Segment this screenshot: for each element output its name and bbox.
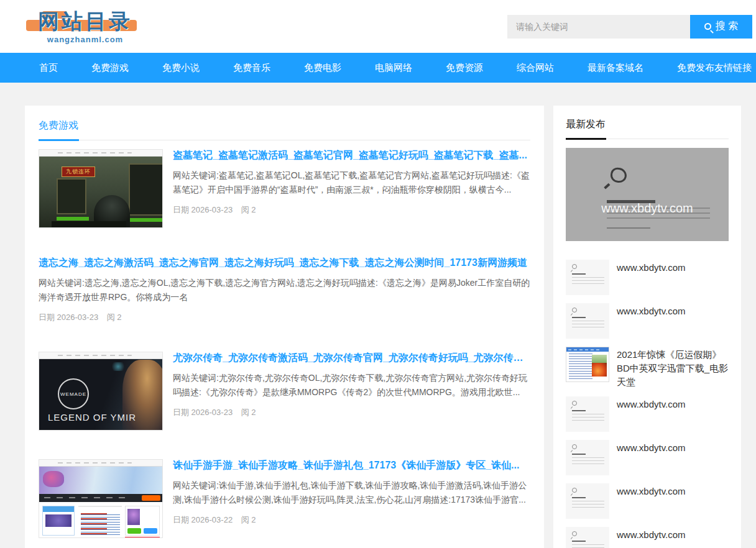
- search-button[interactable]: 搜 索: [690, 15, 752, 39]
- featured-site-thumbnail[interactable]: www.xbdytv.com: [566, 148, 729, 241]
- site-logo[interactable]: 网站目录 wangzhanml.com: [26, 9, 144, 45]
- nav-item-free-games[interactable]: 免费游戏: [75, 53, 145, 83]
- article-description: 网站关键词:遗忘之海,遗忘之海OL,遗忘之海下载,遗忘之海官方网站,遗忘之海好玩…: [39, 276, 530, 304]
- article-description: 网站关键词:诛仙手游,诛仙手游礼包,诛仙手游下载,诛仙手游攻略,诛仙手游激活码,…: [173, 478, 530, 507]
- logo-title: 网站目录: [26, 9, 144, 34]
- sidebar-section-header: 最新发布: [566, 118, 729, 139]
- placeholder-text-lines: [572, 501, 604, 509]
- nav-item-latest-icp-domains[interactable]: 最新备案域名: [571, 53, 660, 83]
- placeholder-text-lines: [569, 354, 592, 379]
- section-header: 免费游戏: [39, 119, 530, 140]
- site-thumbnail: [566, 440, 609, 475]
- nav-item-computer-network[interactable]: 电脑网络: [358, 53, 429, 83]
- nav-item-free-novels[interactable]: 免费小说: [145, 53, 216, 83]
- list-item-label: www.xbdytv.com: [617, 483, 686, 519]
- portal-left-column: [42, 506, 75, 536]
- nav-item-free-resources[interactable]: 免费资源: [429, 53, 500, 83]
- column-header: [43, 506, 74, 512]
- list-item-label: www.xbdytv.com: [617, 303, 686, 339]
- article-views: 阅 2: [107, 313, 122, 322]
- article-title-link[interactable]: 盗墓笔记_盗墓笔记激活码_盗墓笔记官网_盗墓笔记好玩吗_盗墓笔记下载_盗墓...: [173, 149, 530, 162]
- nav-item-home[interactable]: 首页: [22, 53, 75, 83]
- placeholder-heading-line: [572, 497, 586, 498]
- article-date: 日期 2026-03-23: [173, 408, 233, 417]
- placeholder-text-lines: [572, 277, 604, 286]
- sidebar-section-title: 最新发布: [566, 119, 606, 129]
- article-date: 日期 2026-03-22: [173, 515, 233, 524]
- nav-item-free-friend-links[interactable]: 免费发布友情链接: [660, 53, 756, 83]
- article-title-link[interactable]: 遗忘之海_遗忘之海激活码_遗忘之海官网_遗忘之海好玩吗_遗忘之海下载_遗忘之海公…: [39, 257, 530, 270]
- article-thumbnail[interactable]: [39, 459, 163, 538]
- site-thumbnail: [566, 396, 609, 432]
- magnifier-icon: [572, 308, 577, 313]
- health-bar: [57, 217, 89, 221]
- health-bar: [129, 218, 163, 222]
- game-title-text: LEGEND OF YMIR: [48, 412, 136, 422]
- red-button: [125, 537, 160, 538]
- movie-site-thumbnail: [566, 347, 609, 382]
- list-item[interactable]: www.xbdytv.com: [566, 483, 729, 519]
- article-date: 日期 2026-03-23: [173, 205, 233, 214]
- list-item[interactable]: 2021年惊悚《厄运假期》BD中英双字迅雷下载_电影天堂: [566, 347, 729, 388]
- article-thumbnail[interactable]: WEMADE LEGEND OF YMIR: [39, 352, 163, 431]
- portrait-frame: [57, 178, 86, 214]
- placeholder-text-lines: [572, 544, 604, 548]
- column-image: [45, 514, 71, 527]
- page-header-bar: [566, 347, 609, 352]
- green-button: [127, 528, 141, 534]
- search-input[interactable]: [507, 15, 690, 39]
- latest-posts-panel: 最新发布 www.xbdytv.com www.xbdytv.com: [553, 106, 741, 548]
- article-item: 遗忘之海_遗忘之海激活码_遗忘之海官网_遗忘之海好玩吗_遗忘之海下载_遗忘之海公…: [39, 257, 530, 323]
- article-thumbnail[interactable]: 九锁连环: [39, 149, 163, 228]
- article-body: 诛仙手游手游_诛仙手游攻略_诛仙手游礼包_17173《诛仙手游版》专区_诛仙..…: [173, 459, 530, 538]
- magnifier-icon: [572, 488, 577, 493]
- site-thumbnail: [566, 483, 609, 519]
- list-item-label: 2021年惊悚《厄运假期》BD中英双字迅雷下载_电影天堂: [617, 347, 729, 388]
- list-item-label: www.xbdytv.com: [617, 396, 686, 432]
- list-item[interactable]: www.xbdytv.com: [566, 303, 729, 339]
- placeholder-heading-line: [572, 317, 586, 318]
- nav-item-free-music[interactable]: 免费音乐: [216, 53, 287, 83]
- game-logo-art: [43, 471, 64, 487]
- placeholder-text-lines: [572, 414, 604, 422]
- article-date: 日期 2026-03-23: [39, 313, 98, 322]
- browser-bar: [39, 460, 162, 467]
- banner-label: 九锁连环: [62, 167, 95, 177]
- search-box: 搜 索: [507, 15, 752, 39]
- nav-item-general-sites[interactable]: 综合网站: [500, 53, 571, 83]
- article-title-link[interactable]: 尤弥尔传奇_尤弥尔传奇激活码_尤弥尔传奇官网_尤弥尔传奇好玩吗_尤弥尔传奇...: [173, 352, 530, 365]
- list-item[interactable]: www.xbdytv.com: [566, 396, 729, 432]
- article-meta: 日期 2026-03-23 阅 2: [39, 312, 530, 323]
- thumbnail-image-orange: [592, 363, 607, 377]
- main-nav: 首页 免费游戏 免费小说 免费音乐 免费电影 电脑网络 免费资源 综合网站 最新…: [0, 53, 756, 83]
- column-image: [127, 509, 140, 525]
- list-item-label: www.xbdytv.com: [617, 260, 686, 295]
- content-area: 免费游戏 九锁连环 盗墓笔记_盗墓笔记激活码_盗墓笔记官网_盗墓笔记好玩吗_盗墓…: [0, 106, 756, 548]
- dark-strip: [52, 221, 126, 227]
- article-views: 阅 2: [241, 408, 256, 417]
- article-views: 阅 2: [241, 515, 256, 524]
- site-thumbnail: [566, 303, 609, 339]
- teal-glint: [110, 362, 126, 371]
- list-item[interactable]: www.xbdytv.com: [566, 440, 729, 475]
- site-thumbnail: [566, 527, 609, 548]
- free-games-panel: 免费游戏 九锁连环 盗墓笔记_盗墓笔记激活码_盗墓笔记官网_盗墓笔记好玩吗_盗墓…: [25, 106, 544, 548]
- article-title-link[interactable]: 诛仙手游手游_诛仙手游攻略_诛仙手游礼包_17173《诛仙手游版》专区_诛仙..…: [173, 459, 530, 472]
- browser-bar: [39, 150, 162, 157]
- article-description: 网站关键词:尤弥尔传奇,尤弥尔传奇OL,尤弥尔传奇下载,尤弥尔传奇官方网站,尤弥…: [173, 371, 530, 400]
- list-item[interactable]: www.xbdytv.com: [566, 260, 729, 295]
- article-body: 盗墓笔记_盗墓笔记激活码_盗墓笔记官网_盗墓笔记好玩吗_盗墓笔记下载_盗墓...…: [173, 149, 530, 228]
- latest-posts-list: www.xbdytv.com www.xbdytv.com 2021年惊悚《厄运…: [566, 260, 729, 548]
- placeholder-heading-line: [572, 410, 586, 411]
- logo-subtitle: wangzhanml.com: [26, 35, 144, 44]
- article-meta: 日期 2026-03-22 阅 2: [173, 514, 530, 526]
- blue-button: [144, 528, 157, 534]
- site-header: 网站目录 wangzhanml.com 搜 索: [0, 0, 756, 53]
- magnifier-icon: [572, 531, 577, 536]
- placeholder-heading-line: [572, 541, 586, 542]
- list-item[interactable]: www.xbdytv.com: [566, 527, 729, 548]
- nav-item-free-movies[interactable]: 免费电影: [287, 53, 358, 83]
- orange-button: [142, 495, 160, 501]
- browser-bar: [39, 352, 162, 359]
- list-item-label: www.xbdytv.com: [617, 440, 686, 475]
